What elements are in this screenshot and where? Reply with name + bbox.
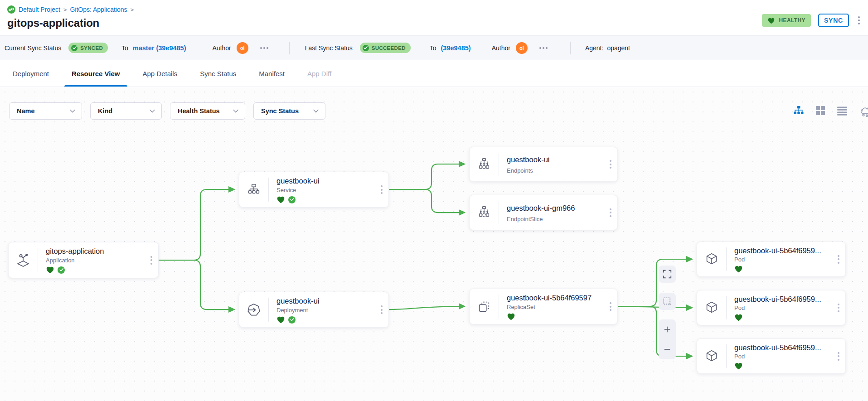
node-menu-button[interactable] [145, 242, 158, 278]
zoom-out-button[interactable] [659, 339, 676, 359]
node-kind: ReplicaSet [507, 304, 601, 310]
tree-view-button[interactable] [793, 105, 804, 116]
pod-icon [697, 290, 726, 325]
chevron-down-icon [150, 109, 155, 113]
node-menu-button[interactable] [604, 147, 617, 181]
page-header: Default Project > GitOps: Applications >… [0, 0, 868, 35]
node-kind: Pod [734, 353, 829, 360]
application-icon [9, 242, 38, 278]
node-replicaset[interactable]: guestbook-ui-5b64f69597 ReplicaSet [469, 289, 618, 324]
node-menu-button[interactable] [604, 289, 617, 324]
synced-check-icon [58, 266, 65, 274]
list-view-button[interactable] [837, 105, 848, 116]
tab-app-details[interactable]: App Details [136, 60, 185, 87]
breadcrumb-project-link[interactable]: Default Project [19, 6, 60, 13]
node-menu-button[interactable] [832, 290, 845, 325]
author-avatar[interactable]: ol [237, 42, 248, 54]
last-sync-more-button[interactable] [538, 45, 549, 51]
node-deployment[interactable]: guestbook-ui Deployment [239, 292, 389, 328]
node-menu-button[interactable] [375, 172, 388, 207]
selection-button[interactable] [659, 293, 676, 310]
node-menu-button[interactable] [604, 195, 617, 230]
plus-icon [662, 324, 672, 334]
fullscreen-button[interactable] [659, 266, 676, 283]
kind-filter-dropdown[interactable]: Kind [90, 102, 162, 120]
node-kind: Service [276, 187, 372, 193]
health-badge-label: HEALTHY [779, 17, 805, 24]
fullscreen-icon [662, 269, 672, 279]
node-pod-3[interactable]: guestbook-ui-5b64f6959... Pod [697, 338, 846, 374]
agent-value: opagent [607, 44, 630, 52]
divider [289, 42, 290, 54]
author-avatar[interactable]: ol [516, 42, 528, 54]
node-endpointslice[interactable]: guestbook-ui-gm966 EndpointSlice [469, 195, 618, 230]
author-label: Author [213, 44, 231, 52]
last-sync-status-label: Last Sync Status [305, 44, 353, 52]
grid-view-button[interactable] [815, 105, 826, 116]
breadcrumb-separator: > [130, 6, 134, 13]
health-heart-icon [734, 265, 743, 273]
check-icon [71, 45, 78, 51]
pod-icon [697, 339, 726, 373]
to-label: To [430, 44, 436, 52]
current-sync-more-button[interactable] [258, 45, 270, 51]
resource-graph-canvas[interactable]: Name Kind Health Status Sync Status [0, 87, 868, 401]
tab-resource-view[interactable]: Resource View [64, 60, 127, 87]
service-icon [239, 172, 268, 207]
tab-sync-status[interactable]: Sync Status [193, 60, 243, 87]
node-title: guestbook-ui-5b64f6959... [734, 343, 829, 352]
author-label: Author [492, 44, 510, 52]
node-endpoints[interactable]: guestbook-ui Endpoints [469, 147, 618, 182]
zoom-in-button[interactable] [659, 319, 676, 339]
header-menu-button[interactable] [856, 14, 862, 26]
zoom-control [659, 319, 676, 359]
sync-button[interactable]: SYNC [818, 14, 849, 27]
current-target-revision-link[interactable]: master (39e9485) [133, 44, 186, 52]
current-sync-status-label: Current Sync Status [5, 44, 61, 52]
health-heart-icon [734, 362, 743, 370]
to-label: To [121, 44, 128, 52]
node-kind: Application [46, 257, 142, 264]
node-title: guestbook-ui-5b64f6959... [734, 295, 829, 303]
node-service[interactable]: guestbook-ui Service [239, 172, 389, 208]
filter-bar: Name Kind Health Status Sync Status [9, 102, 325, 120]
minus-icon [662, 347, 672, 352]
sync-status-bar: Current Sync Status SYNCED To master (39… [0, 35, 868, 60]
replicaset-icon [470, 289, 499, 324]
node-menu-button[interactable] [375, 292, 388, 327]
name-filter-dropdown[interactable]: Name [9, 102, 82, 120]
node-title: guestbook-ui [507, 155, 601, 164]
node-title: guestbook-ui-gm966 [507, 204, 601, 213]
agent-label: Agent: [585, 44, 603, 52]
health-heart-icon [276, 196, 285, 203]
health-status-filter-dropdown[interactable]: Health Status [170, 102, 245, 120]
tab-app-diff[interactable]: App Diff [300, 60, 339, 87]
selection-marquee-icon [662, 296, 672, 306]
health-heart-icon [46, 266, 54, 274]
last-target-revision-link[interactable]: (39e9485) [441, 44, 471, 52]
node-kind: EndpointSlice [507, 216, 601, 222]
pod-icon [697, 242, 726, 276]
tab-manifest[interactable]: Manifest [252, 60, 292, 87]
node-application[interactable]: gitops-application Application [8, 242, 159, 278]
check-icon [363, 45, 369, 51]
node-kind: Pod [734, 304, 829, 311]
node-pod-1[interactable]: guestbook-ui-5b64f6959... Pod [697, 242, 846, 277]
node-menu-button[interactable] [832, 339, 845, 373]
network-view-button[interactable] [858, 104, 868, 117]
node-title: gitops-application [46, 247, 142, 256]
node-kind: Deployment [276, 307, 372, 314]
page-title: gitops-application [7, 17, 861, 29]
heart-icon [767, 17, 775, 24]
breadcrumb: Default Project > GitOps: Applications > [7, 5, 861, 14]
divider [570, 42, 571, 54]
node-title: guestbook-ui [276, 177, 372, 185]
sync-status-filter-dropdown[interactable]: Sync Status [253, 102, 325, 120]
node-title: guestbook-ui [276, 297, 372, 305]
node-menu-button[interactable] [832, 242, 845, 276]
node-pod-2[interactable]: guestbook-ui-5b64f6959... Pod [697, 290, 846, 325]
tab-deployment[interactable]: Deployment [5, 60, 56, 87]
breadcrumb-applications-link[interactable]: GitOps: Applications [70, 6, 127, 13]
breadcrumb-separator: > [63, 6, 67, 13]
gitops-icon [7, 5, 15, 14]
